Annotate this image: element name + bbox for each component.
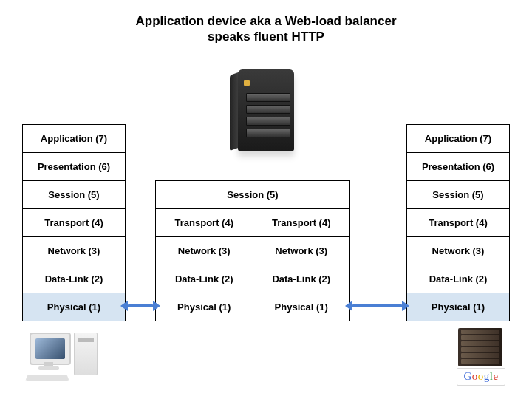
layer-transport: Transport (4) bbox=[22, 209, 126, 237]
layer-datalink: Data-Link (2) Data-Link (2) bbox=[155, 265, 350, 293]
title-line-2: speaks fluent HTTP bbox=[0, 29, 532, 44]
layer-network: Network (3) Network (3) bbox=[155, 237, 350, 265]
osi-stack-client: Application (7) Presentation (6) Session… bbox=[22, 124, 126, 321]
layer-transport-left: Transport (4) bbox=[156, 209, 253, 236]
layer-session: Session (5) bbox=[155, 180, 350, 209]
layer-physical: Physical (1) Physical (1) bbox=[155, 293, 350, 321]
diagram-title: Application device aka a Web-load balanc… bbox=[0, 13, 532, 45]
load-balancer-device-icon bbox=[228, 69, 304, 160]
logo-char: o bbox=[478, 370, 484, 382]
logo-char: G bbox=[463, 370, 471, 382]
layer-transport: Transport (4) Transport (4) bbox=[155, 209, 350, 237]
layer-presentation: Presentation (6) bbox=[406, 153, 510, 181]
layer-physical: Physical (1) bbox=[406, 293, 510, 321]
logo-char: o bbox=[472, 370, 478, 382]
server-rack-icon bbox=[458, 328, 502, 366]
osi-stack-server: Application (7) Presentation (6) Session… bbox=[406, 124, 510, 321]
layer-network: Network (3) bbox=[406, 237, 510, 265]
layer-transport: Transport (4) bbox=[406, 209, 510, 237]
layer-physical: Physical (1) bbox=[22, 293, 126, 321]
layer-application: Application (7) bbox=[406, 124, 510, 153]
osi-stack-device: Session (5) Transport (4) Transport (4) … bbox=[155, 180, 350, 321]
logo-char: e bbox=[493, 370, 498, 382]
layer-network-left: Network (3) bbox=[156, 237, 253, 265]
layer-network: Network (3) bbox=[22, 237, 126, 265]
layer-network-right: Network (3) bbox=[253, 237, 350, 265]
layer-session: Session (5) bbox=[406, 181, 510, 209]
layer-session: Session (5) bbox=[22, 181, 126, 209]
layer-application: Application (7) bbox=[22, 124, 126, 153]
layer-physical-right: Physical (1) bbox=[253, 293, 350, 321]
title-line-1: Application device aka a Web-load balanc… bbox=[135, 14, 396, 28]
logo-char: g bbox=[484, 370, 490, 382]
layer-datalink: Data-Link (2) bbox=[406, 265, 510, 293]
layer-physical-left: Physical (1) bbox=[156, 293, 253, 321]
layer-transport-right: Transport (4) bbox=[253, 209, 350, 236]
desktop-pc-icon bbox=[24, 330, 112, 386]
layer-datalink-left: Data-Link (2) bbox=[156, 265, 253, 293]
layer-datalink-right: Data-Link (2) bbox=[253, 265, 350, 293]
bidirectional-arrow-icon bbox=[127, 304, 154, 307]
layer-presentation: Presentation (6) bbox=[22, 153, 126, 181]
google-logo: Google bbox=[457, 368, 505, 386]
bidirectional-arrow-icon bbox=[352, 304, 403, 307]
layer-datalink: Data-Link (2) bbox=[22, 265, 126, 293]
